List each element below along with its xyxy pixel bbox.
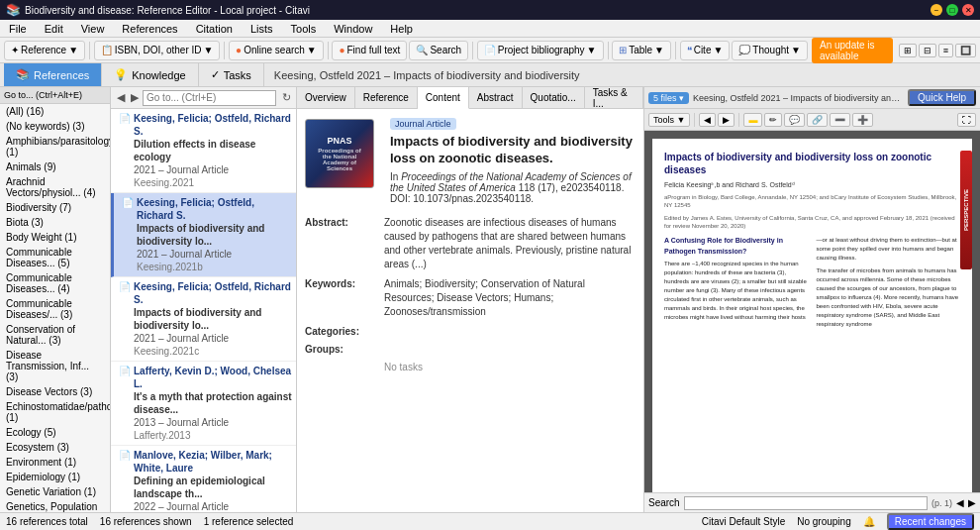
keyword-bodyweight[interactable]: Body Weight (1) <box>0 230 110 245</box>
bibliography-button[interactable]: 📄 Project bibliography ▼ <box>477 41 604 60</box>
keyword-genetic-variation[interactable]: Genetic Variation (1) <box>0 484 110 499</box>
menu-tools[interactable]: Tools <box>286 22 322 36</box>
nav-right-icon[interactable]: ▶ <box>968 497 976 508</box>
toolbar-extra-3[interactable]: ≡ <box>938 44 953 57</box>
bibliography-icon: 📄 <box>484 45 496 55</box>
refresh-icon[interactable]: ↻ <box>280 91 293 104</box>
table-button[interactable]: ⊞ Table ▼ <box>612 41 671 60</box>
tab-knowledge[interactable]: 💡 Knowledge <box>102 63 198 86</box>
back-arrow[interactable]: ◀ <box>115 91 127 104</box>
pdf-nav-sep <box>738 113 739 127</box>
keyword-biota[interactable]: Biota (3) <box>0 215 110 230</box>
pdf-content: PERSPECTIVE Impacts of biodiversity and … <box>644 131 980 492</box>
menu-citation[interactable]: Citation <box>191 22 238 36</box>
menu-lists[interactable]: Lists <box>245 22 278 36</box>
chevron-down-thought: ▼ <box>791 45 801 55</box>
keyword-comm3[interactable]: Communicable Diseases/... (3) <box>0 296 110 322</box>
keywords-label: Keywords: <box>305 277 384 319</box>
minimize-button[interactable]: − <box>931 4 942 16</box>
keyword-comm2[interactable]: Communicable Diseases... (4) <box>0 270 110 296</box>
forward-arrow[interactable]: ▶ <box>129 91 141 104</box>
menu-view[interactable]: View <box>76 22 110 36</box>
menu-references[interactable]: References <box>117 22 182 36</box>
pdf-comment-btn[interactable]: 💬 <box>784 113 805 127</box>
keyword-amphibians[interactable]: Amphibians/parasitology... (1) <box>0 134 110 159</box>
recent-changes-button[interactable]: Recent changes <box>887 513 974 530</box>
journal-icon-2: 📄 <box>122 196 134 209</box>
keyword-conservation[interactable]: Conservation of Natural... (3) <box>0 322 110 348</box>
pdf-fullscreen-btn[interactable]: ⛶ <box>957 113 976 127</box>
detail-panel: Overview Reference Content Abstract Quot… <box>297 87 643 530</box>
quick-help-button[interactable]: Quick Help <box>908 89 976 106</box>
ref-item-2[interactable]: 📄 Keesing, Felicia; Ostfeld, Richard S. … <box>111 193 296 277</box>
reference-button[interactable]: ✦ Reference ▼ <box>4 41 85 60</box>
nav-left-icon[interactable]: ◀ <box>956 497 964 508</box>
keyword-disease-transmission[interactable]: Disease Transmission, Inf... (3) <box>0 348 110 384</box>
pdf-top-bar: 5 files ▾ Keesing, Ostfeld 2021 – Impact… <box>644 87 980 109</box>
keyword-animals[interactable]: Animals (9) <box>0 159 110 174</box>
pdf-zoom-in-btn[interactable]: ➕ <box>852 113 873 127</box>
isbn-doi-button[interactable]: 📋 ISBN, DOI, other ID ▼ <box>94 41 221 60</box>
ref-item-5[interactable]: 📄 Manlove, Kezia; Wilber, Mark; White, L… <box>111 446 296 515</box>
menu-file[interactable]: File <box>4 22 32 36</box>
keywords-header: Go to... (Ctrl+Alt+E) <box>0 87 110 104</box>
keyword-all[interactable]: (All) (16) <box>0 104 110 119</box>
find-fulltext-button[interactable]: ● Find full text <box>332 41 407 60</box>
menu-edit[interactable]: Edit <box>40 22 68 36</box>
tab-tasks[interactable]: Tasks & I... <box>585 87 643 108</box>
abstract-label: Abstract: <box>305 216 384 271</box>
tab-content[interactable]: Content <box>418 87 469 109</box>
cite-icon: ❝ <box>687 45 692 55</box>
tab-reference[interactable]: Reference <box>355 87 418 108</box>
cite-button[interactable]: ❝ Cite ▼ <box>680 41 731 60</box>
toolbar-extra-2[interactable]: ⊟ <box>919 44 936 57</box>
knowledge-icon: 💡 <box>114 68 128 81</box>
pdf-affiliation: aProgram in Biology, Bard College, Annan… <box>664 193 960 210</box>
update-banner[interactable]: An update is available <box>812 38 893 63</box>
tab-tasks[interactable]: ✓ Tasks <box>199 63 264 86</box>
toolbar-separator <box>89 42 90 59</box>
ref-item-4[interactable]: 📄 Lafferty, Kevin D.; Wood, Chelsea L. I… <box>111 362 296 446</box>
pdf-zoom-out-btn[interactable]: ➖ <box>830 113 850 127</box>
keyword-biodiversity[interactable]: Biodiversity (7) <box>0 200 110 215</box>
keyword-ecology[interactable]: Ecology (5) <box>0 425 110 440</box>
tab-abstract[interactable]: Abstract <box>469 87 523 108</box>
isbn-icon: 📋 <box>101 45 113 55</box>
tab-overview[interactable]: Overview <box>297 87 355 108</box>
pdf-highlight-btn[interactable]: ▬ <box>743 113 762 127</box>
keyword-epidemiology[interactable]: Epidemiology (1) <box>0 470 110 484</box>
ref-item-3[interactable]: 📄 Keesing, Felicia; Ostfeld, Richard S. … <box>111 277 296 362</box>
keyword-ecosystem[interactable]: Ecosystem (3) <box>0 440 110 455</box>
tools-dropdown[interactable]: Tools ▼ <box>648 113 690 127</box>
search-icon: 🔍 <box>416 45 428 55</box>
maximize-button[interactable]: □ <box>946 4 958 16</box>
menu-window[interactable]: Window <box>329 22 377 36</box>
goto-input[interactable] <box>143 90 276 106</box>
keyword-comm1[interactable]: Communicable Diseases... (5) <box>0 245 110 270</box>
main-content: Go to... (Ctrl+Alt+E) (All) (16) (No key… <box>0 87 980 530</box>
pdf-search-input[interactable] <box>684 496 928 510</box>
pdf-back-btn[interactable]: ◀ <box>699 113 716 127</box>
search-button[interactable]: 🔍 Search <box>409 41 468 60</box>
pdf-article-title: Impacts of biodiversity and biodiversity… <box>664 151 960 176</box>
tab-references[interactable]: 📚 References <box>4 63 102 86</box>
close-button[interactable]: ✕ <box>962 4 974 16</box>
keyword-nokeywords[interactable]: (No keywords) (3) <box>0 119 110 134</box>
pdf-annotate-btn[interactable]: ✏ <box>764 113 782 127</box>
pdf-forward-btn[interactable]: ▶ <box>718 113 735 127</box>
tab-quotation[interactable]: Quotatio... <box>523 87 585 108</box>
keyword-echino[interactable]: Echinostomatidae/patho... (1) <box>0 399 110 425</box>
keyword-disease-vectors[interactable]: Disease Vectors (3) <box>0 384 110 399</box>
keyword-arachnid[interactable]: Arachnid Vectors/physiol... (4) <box>0 174 110 200</box>
online-search-button[interactable]: ● Online search ▼ <box>229 41 324 60</box>
keywords-value: Animals; Biodiversity; Conservation of N… <box>384 277 636 319</box>
chevron-down-table: ▼ <box>654 45 664 55</box>
pdf-link-btn[interactable]: 🔗 <box>807 113 828 127</box>
toolbar-extra-4[interactable]: 🔲 <box>955 44 976 57</box>
keyword-environment[interactable]: Environment (1) <box>0 455 110 470</box>
thought-button[interactable]: 💭 Thought ▼ <box>732 41 808 60</box>
ref-item-1[interactable]: 📄 Keesing, Felicia; Ostfeld, Richard S. … <box>111 109 296 193</box>
toolbar-extra-1[interactable]: ⊞ <box>899 44 917 57</box>
menu-help[interactable]: Help <box>385 22 418 36</box>
article-title-block: Journal Article Impacts of biodiversity … <box>390 117 636 208</box>
